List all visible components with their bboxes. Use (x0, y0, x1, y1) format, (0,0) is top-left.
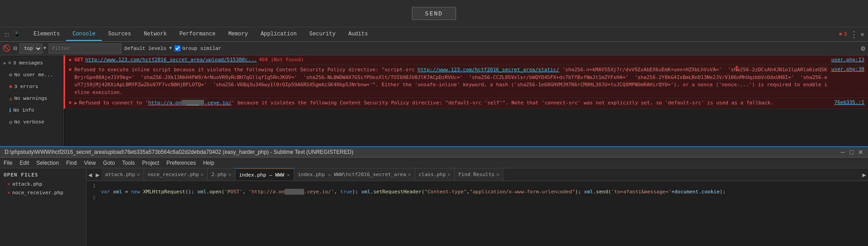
sublime-tabs: ◀ ▶ attack.php ✕ noce_receiver.php ✕ 2.p… (86, 168, 868, 181)
tab-application[interactable]: Application (254, 28, 303, 41)
tab-find-results[interactable]: Find Results ✕ (455, 168, 503, 181)
tab-elements[interactable]: Elements (27, 28, 66, 41)
tab-console[interactable]: Console (66, 28, 101, 41)
tab-index-www[interactable]: index.php — WWW ↓ ✕ (236, 168, 294, 181)
attack-file-label: attack.php (12, 181, 42, 187)
sidebar-item-messages[interactable]: ▶ ≡ 3 messages (0, 57, 63, 69)
tab-2-php[interactable]: 2.php ✕ (208, 168, 236, 181)
settings-icon[interactable]: ⚙ (861, 44, 865, 53)
error-row-icon: ✖ (69, 57, 72, 63)
tab-attack-close[interactable]: ✕ (137, 172, 140, 177)
get-source-link[interactable]: user.php:13 (831, 57, 864, 63)
csp-source-link[interactable]: user.php:38 (831, 66, 864, 72)
connect-source-link[interactable]: 76eb335.:1 (834, 99, 864, 105)
open-file-attack[interactable]: ✕ attack.php (0, 180, 86, 188)
open-files-header: OPEN FILES (0, 170, 86, 180)
menu-goto[interactable]: Goto (103, 160, 115, 166)
open-files-sidebar: OPEN FILES ✕ attack.php ✕ noce_receiver.… (0, 168, 86, 246)
tab-2php-close[interactable]: ✕ (228, 172, 231, 177)
console-row-get: ✖ GET http://www.123.com/hctf2016_secret… (64, 55, 868, 65)
csp-url-link[interactable]: http://www.123.com/hctf2016_secret_area/… (418, 67, 559, 73)
tab-find-close[interactable]: ✕ (496, 172, 499, 177)
filter-input[interactable] (49, 44, 121, 54)
sidebar-messages-label: 3 messages (13, 60, 43, 66)
more-options-icon[interactable]: ⋮ (850, 30, 858, 39)
tab-index-secret-close[interactable]: ✕ (408, 172, 411, 177)
group-similar-checkbox[interactable] (175, 45, 181, 51)
default-levels-label[interactable]: Default levels (124, 46, 166, 51)
show-filters-icon[interactable]: ⊟ (13, 44, 17, 52)
sidebar-item-info[interactable]: ℹ No info (0, 104, 63, 116)
send-button[interactable]: SEND (412, 7, 456, 20)
menu-preferences[interactable]: Preferences (166, 160, 196, 166)
expand-icon: ▶ (4, 60, 6, 66)
menu-find[interactable]: Find (66, 160, 76, 166)
tab-network[interactable]: Network (137, 28, 173, 41)
get-url-link[interactable]: http://www.123.com/hctf2016_secret_area/… (85, 57, 257, 63)
tab-sources[interactable]: Sources (102, 28, 137, 41)
sidebar-item-user-messages[interactable]: ⊘ No user me... (0, 69, 63, 81)
maximize-button[interactable]: □ (850, 148, 853, 156)
code-editor[interactable]: 1 var xml = new XMLHttpRequest(); xml.op… (86, 181, 868, 246)
get-status-text: 404 (Not Found) (259, 57, 304, 63)
code-line-1: 1 var xml = new XMLHttpRequest(); xml.op… (86, 183, 868, 195)
sidebar-verbose-label: No verbose (14, 119, 44, 125)
inspect-icon[interactable]: ⬚ (4, 30, 10, 39)
console-row-csp-error: ✖ Refused to execute inline script becau… (64, 65, 868, 98)
code-content-1: var xml = new XMLHttpRequest(); xml.open… (101, 183, 868, 195)
tab-memory[interactable]: Memory (222, 28, 254, 41)
tab-class-close[interactable]: ✕ (447, 172, 451, 177)
connect-url-link[interactable]: http://a.on____.ceye.io/ (148, 100, 231, 106)
menu-help[interactable]: Help (203, 160, 215, 166)
red-arrow-indicator: ↑ (734, 63, 740, 73)
error-row3-icon: ✖ (69, 100, 72, 106)
menu-edit[interactable]: Edit (20, 160, 29, 166)
expand-row-icon[interactable]: ▶ (75, 100, 77, 105)
sidebar-item-warnings[interactable]: ⚠ No warnings (0, 93, 63, 104)
code-line-2: 2 (86, 195, 868, 203)
noce-file-label: noce_receiver.php (12, 190, 64, 196)
warning-sidebar-icon: ⚠ (9, 95, 12, 102)
levels-chevron-icon: ▼ (169, 46, 172, 51)
open-file-noce[interactable]: ✕ noce_receiver.php (0, 188, 86, 197)
verbose-sidebar-icon: ◎ (9, 119, 12, 126)
error-count-badge: ✖ 3 (839, 31, 847, 38)
close-devtools-icon[interactable]: ✕ (861, 30, 864, 38)
menu-file[interactable]: File (4, 160, 12, 166)
clear-console-icon[interactable]: 🚫 (3, 44, 10, 52)
line-number-2: 2 (86, 195, 101, 201)
get-method-label: GET (75, 57, 84, 63)
menu-view[interactable]: View (84, 160, 96, 166)
menu-tools[interactable]: Tools (122, 160, 135, 166)
sidebar-warnings-label: No warnings (14, 96, 47, 101)
close-button[interactable]: ✕ (858, 148, 863, 156)
tab-index-www-close[interactable]: ✕ (287, 172, 290, 178)
tab-noce-receiver[interactable]: noce_receiver.php ✕ (144, 168, 208, 181)
tabs-scroll-right[interactable]: ▶ (861, 171, 868, 178)
tab-nav-right[interactable]: ▶ (94, 171, 101, 178)
menu-selection[interactable]: Selection (36, 160, 59, 166)
tab-noce-close[interactable]: ✕ (201, 172, 204, 177)
sidebar-item-errors[interactable]: ✖ 3 errors (0, 81, 63, 93)
tab-index-secret[interactable]: index.php — WWW\hctf2016_secret_area ✕ (294, 168, 415, 181)
noce-file-modified-icon: ✕ (7, 190, 10, 196)
sidebar-user-label: No user me... (14, 72, 53, 78)
minimize-button[interactable]: ─ (841, 148, 845, 156)
group-similar-label[interactable]: Group similar (175, 45, 221, 51)
connect-error-text: Refused to connect to 'http://a.on____.c… (79, 99, 831, 107)
tab-performance[interactable]: Performance (173, 28, 222, 41)
error-row2-icon: ✖ (69, 67, 72, 73)
console-row-connect-error: ✖ ▶ Refused to connect to 'http://a.on__… (64, 98, 868, 109)
tab-attack-php[interactable]: attack.php ✕ (101, 168, 144, 181)
menu-project[interactable]: Project (142, 160, 159, 166)
device-icon[interactable]: 📱 (12, 30, 22, 39)
tab-class-php[interactable]: class.php ✕ (415, 168, 455, 181)
messages-icon: ≡ (8, 60, 11, 66)
sidebar-item-verbose[interactable]: ◎ No verbose (0, 116, 63, 128)
tab-audits[interactable]: Audits (342, 28, 374, 41)
error-icon: ✖ (839, 31, 842, 38)
attack-file-modified-icon: ✕ (7, 181, 10, 187)
tab-nav-left[interactable]: ◀ (86, 171, 94, 178)
console-scope-select[interactable]: top (20, 44, 42, 54)
tab-security[interactable]: Security (303, 28, 342, 41)
